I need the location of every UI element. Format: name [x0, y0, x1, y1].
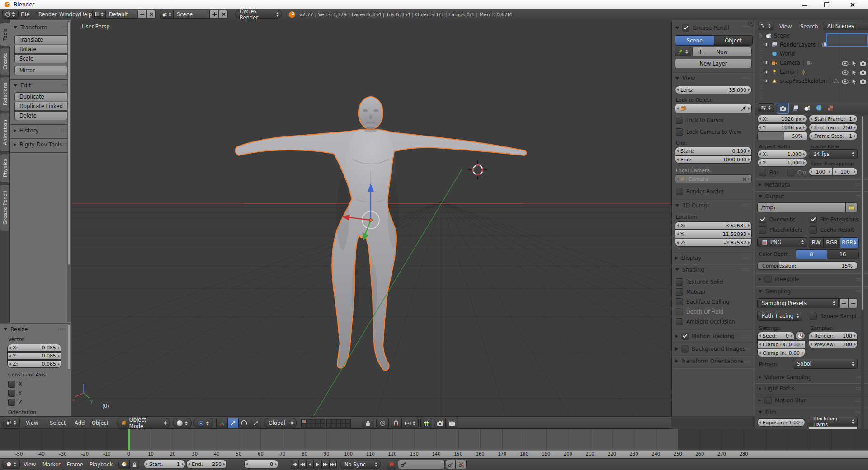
end-frame-field[interactable]: End Fram:250: [809, 123, 858, 132]
delete-keyframe-button[interactable]: [456, 460, 467, 469]
output-path-field[interactable]: /tmp\: [757, 202, 846, 212]
resolution-y-field[interactable]: Y:1080 px: [757, 123, 807, 132]
aspect-y-field[interactable]: Y:1.000: [757, 159, 807, 167]
cursor-z-field[interactable]: Z:-2.87532: [675, 239, 752, 247]
manipulator-axis-button[interactable]: [216, 418, 227, 428]
add-layout-button[interactable]: [137, 10, 146, 19]
placeholders-checkbox[interactable]: Placeholders: [759, 226, 802, 234]
add-scene-button[interactable]: [210, 10, 219, 19]
layer-toggle[interactable]: [321, 423, 325, 428]
tab-create[interactable]: Create: [0, 48, 9, 75]
depth-of-field-checkbox[interactable]: Depth Of Field: [676, 308, 723, 315]
tab-render[interactable]: [777, 103, 789, 114]
layer-toggle[interactable]: [302, 419, 306, 423]
clamp-direct-field[interactable]: Clamp Di:0.00: [757, 340, 805, 348]
layer-toggle[interactable]: [336, 423, 341, 428]
tab-relations[interactable]: Relations: [0, 77, 9, 111]
seed-field[interactable]: Seed:0: [757, 332, 794, 340]
filter-type-select[interactable]: Blackman-Harris: [809, 417, 858, 426]
layer-toggle[interactable]: [341, 423, 345, 428]
cursor-x-field[interactable]: X:-3.52681: [675, 221, 752, 230]
collapse-plus-icon[interactable]: [764, 42, 769, 47]
new-layer-button[interactable]: New Layer: [675, 59, 752, 68]
delete-scene-button[interactable]: [219, 10, 228, 19]
square-samples-checkbox[interactable]: Square Sampl...: [810, 313, 861, 320]
opengl-render-anim-button[interactable]: [446, 418, 458, 428]
viewport-3d[interactable]: x y User Persp (0): [71, 20, 671, 416]
tab-tools[interactable]: Tools: [0, 23, 10, 46]
tab-render-layers[interactable]: [790, 103, 801, 113]
panel-grip-icon[interactable]: [744, 348, 750, 351]
visibility-eye-icon[interactable]: [842, 70, 849, 75]
add-preset-button[interactable]: [839, 298, 849, 308]
file-extensions-checkbox[interactable]: File Extensions: [810, 216, 859, 223]
constraint-y-checkbox[interactable]: Y: [8, 390, 22, 397]
shading-panel-header[interactable]: Shading: [675, 267, 704, 273]
file-format-select[interactable]: PNG: [757, 237, 807, 247]
jump-to-end-button[interactable]: [329, 460, 337, 469]
preview-samples-field[interactable]: Preview:100: [809, 340, 858, 348]
vp-menu-select[interactable]: Select: [50, 420, 66, 426]
panel-grip-icon[interactable]: [742, 256, 750, 259]
record-button[interactable]: [387, 460, 396, 469]
editor-type-button[interactable]: [758, 103, 774, 112]
manipulator-scale-button[interactable]: [250, 418, 261, 428]
duplicate-linked-button[interactable]: Duplicate Linked: [14, 102, 68, 111]
scrollbar-thumb[interactable]: [68, 324, 70, 370]
vector-x-field[interactable]: X:0.085: [7, 344, 61, 352]
timeline-area[interactable]: -50-40-30-20-100102030405060708090100110…: [0, 429, 868, 458]
constraint-x-checkbox[interactable]: X: [8, 381, 22, 388]
layer-toggle[interactable]: [327, 423, 331, 428]
region-corner-handle[interactable]: [1, 463, 7, 469]
clip-start-field[interactable]: Start:0.100: [675, 147, 752, 155]
tab-texture[interactable]: [825, 103, 836, 113]
panel-grip-icon[interactable]: [742, 268, 750, 271]
layer-toggle[interactable]: [311, 419, 316, 423]
outliner-item-snapposeskeleton[interactable]: snapPoseSkeleton |: [764, 78, 839, 84]
outliner-item-camera[interactable]: Camera |: [764, 60, 812, 66]
selectability-cursor-icon[interactable]: [852, 79, 857, 85]
layout-icon-button[interactable]: [92, 10, 106, 19]
exposure-field[interactable]: Exposure:1.00: [757, 418, 805, 427]
render-border-checkbox[interactable]: Render Border: [676, 188, 724, 195]
scene-icon-button[interactable]: [160, 10, 174, 19]
panel-grip-icon[interactable]: [742, 76, 750, 80]
layer-toggle[interactable]: [306, 423, 311, 428]
layer-toggle[interactable]: [331, 419, 336, 423]
panel-grip-icon[interactable]: [744, 360, 750, 363]
seed-animate-button[interactable]: [795, 331, 805, 340]
lock-frame-toggle[interactable]: [129, 460, 139, 469]
tab-scene[interactable]: [802, 103, 812, 113]
layer-toggle[interactable]: [331, 423, 336, 428]
motion-blur-checkbox[interactable]: [764, 397, 771, 404]
tab-grease-pencil[interactable]: Grease Pencil: [0, 184, 9, 231]
cursor3d-panel-header[interactable]: 3D Cursor: [675, 202, 709, 209]
background-images-checkbox[interactable]: [681, 345, 688, 352]
prev-keyframe-button[interactable]: [298, 460, 306, 469]
snap-magnet-button[interactable]: [391, 418, 401, 428]
textured-solid-checkbox[interactable]: Textured Solid: [676, 278, 723, 286]
constraint-z-checkbox[interactable]: Z: [8, 399, 22, 406]
tl-menu-frame[interactable]: Frame: [67, 461, 83, 468]
backface-culling-checkbox[interactable]: Backface Culling: [676, 298, 730, 306]
tl-menu-marker[interactable]: Marker: [42, 461, 61, 468]
open-folder-button[interactable]: [846, 202, 858, 212]
snap-element-button[interactable]: [401, 418, 419, 428]
region-corner-handle[interactable]: [1, 422, 7, 428]
close-icon[interactable]: [743, 177, 746, 181]
renderability-camera-icon[interactable]: [860, 61, 866, 66]
remove-preset-button[interactable]: [849, 298, 858, 308]
sampling-presets-select[interactable]: Sampling Presets: [757, 298, 839, 308]
next-keyframe-button[interactable]: [321, 460, 329, 469]
clamp-indirect-field[interactable]: Clamp In:0.00: [757, 349, 805, 357]
render-engine-select[interactable]: Cycles Render: [235, 10, 282, 19]
close-button[interactable]: [837, 0, 868, 9]
crop-checkbox[interactable]: Cro: [787, 169, 807, 176]
vp-menu-object[interactable]: Object: [92, 420, 108, 426]
sync-mode-select[interactable]: No Sync: [340, 460, 381, 469]
selectability-cursor-icon[interactable]: [852, 70, 857, 75]
outliner-item-lamp[interactable]: Lamp |: [764, 69, 807, 75]
layout-name-field[interactable]: Default: [106, 10, 137, 19]
collapse-plus-icon[interactable]: [764, 60, 769, 66]
local-camera-field[interactable]: Camera: [675, 174, 752, 183]
